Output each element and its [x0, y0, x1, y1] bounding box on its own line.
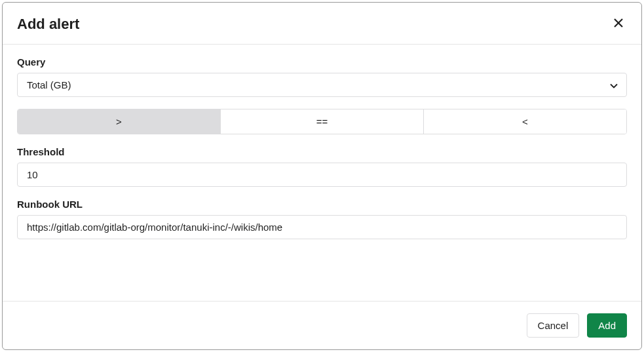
- query-label: Query: [17, 56, 627, 68]
- operator-less-than[interactable]: <: [424, 109, 626, 134]
- operator-toggle-group: > == <: [17, 109, 627, 134]
- runbook-label: Runbook URL: [17, 199, 627, 210]
- operator-equals[interactable]: ==: [221, 109, 424, 134]
- query-group: Query Total (GB): [17, 56, 627, 97]
- runbook-group: Runbook URL: [17, 199, 627, 239]
- threshold-group: Threshold: [17, 146, 627, 187]
- query-select-wrapper: Total (GB): [17, 73, 627, 97]
- operator-greater-than[interactable]: >: [18, 109, 221, 134]
- modal-footer: Cancel Add: [3, 301, 641, 349]
- close-button[interactable]: [610, 14, 627, 33]
- threshold-label: Threshold: [17, 146, 627, 157]
- cancel-button[interactable]: Cancel: [527, 313, 580, 338]
- modal-header: Add alert: [3, 3, 641, 45]
- add-button[interactable]: Add: [587, 313, 627, 338]
- threshold-input[interactable]: [17, 163, 627, 187]
- modal-title: Add alert: [17, 16, 79, 33]
- close-icon: [613, 18, 624, 30]
- modal-body: Query Total (GB) > == < Threshold R: [3, 45, 641, 301]
- add-alert-modal: Add alert Query Total (GB): [2, 2, 642, 350]
- runbook-input[interactable]: [17, 215, 627, 239]
- query-select[interactable]: Total (GB): [17, 73, 627, 97]
